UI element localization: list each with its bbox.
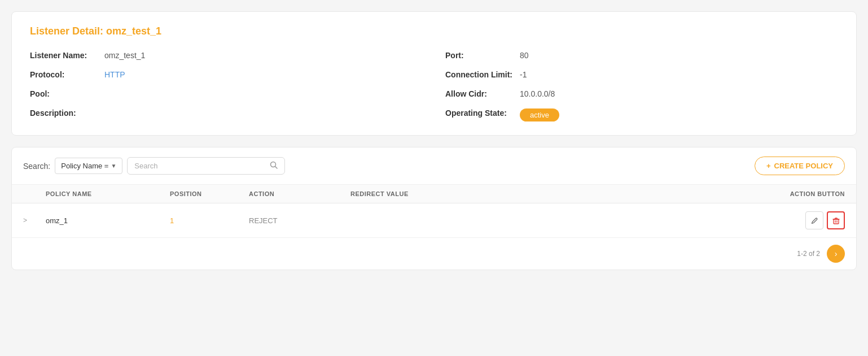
row-action: REJECT [249, 216, 350, 225]
search-input-wrapper [127, 157, 285, 175]
row-position: 1 [170, 216, 249, 225]
search-input[interactable] [134, 162, 266, 170]
table-section: Search: Policy Name = ▼ + [11, 147, 857, 270]
table-toolbar: Search: Policy Name = ▼ + [12, 147, 856, 185]
page-title: Listener Detail: omz_test_1 [30, 25, 838, 37]
expand-icon: > [23, 216, 27, 224]
allow-cidr-value: 10.0.0.0/8 [520, 89, 555, 98]
port-row: Port: 80 [445, 51, 838, 60]
row-expand[interactable]: > [23, 216, 46, 224]
pool-label: Pool: [30, 89, 98, 98]
pool-row: Pool: [30, 89, 423, 98]
table-row: > omz_1 1 REJECT [12, 203, 856, 238]
svg-rect-2 [834, 219, 839, 224]
pagination-next-button[interactable]: › [827, 245, 845, 263]
col-header-action-btn: ACTION BUTTON [475, 190, 845, 197]
description-row: Description: [30, 108, 423, 118]
connection-limit-label: Connection Limit: [445, 70, 513, 79]
delete-button[interactable] [827, 211, 845, 229]
operating-state-row: Operating State: active [445, 108, 838, 121]
search-icon [270, 161, 278, 171]
protocol-label: Protocol: [30, 70, 98, 79]
create-policy-label: CREATE POLICY [774, 162, 834, 170]
allow-cidr-row: Allow Cidr: 10.0.0.0/8 [445, 89, 838, 98]
connection-limit-value: -1 [520, 70, 527, 79]
port-label: Port: [445, 51, 513, 60]
create-policy-icon: + [766, 162, 771, 170]
description-label: Description: [30, 108, 98, 118]
edit-button[interactable] [805, 211, 823, 229]
title-static: Listener Detail: [30, 25, 103, 37]
col-header-expand [23, 190, 46, 197]
create-policy-button[interactable]: + CREATE POLICY [755, 157, 845, 175]
protocol-row: Protocol: HTTP [30, 70, 423, 79]
detail-card: Listener Detail: omz_test_1 Listener Nam… [11, 11, 857, 136]
connection-limit-row: Connection Limit: -1 [445, 70, 838, 79]
title-highlight: omz_test_1 [106, 25, 161, 37]
listener-name-value: omz_test_1 [104, 51, 145, 60]
protocol-value: HTTP [104, 70, 125, 79]
chevron-down-icon: ▼ [111, 163, 116, 169]
listener-name-row: Listener Name: omz_test_1 [30, 51, 423, 60]
col-header-position: POSITION [170, 190, 249, 197]
page-container: Listener Detail: omz_test_1 Listener Nam… [0, 0, 868, 356]
search-area: Search: Policy Name = ▼ [23, 157, 285, 175]
pagination-text: 1-2 of 2 [797, 250, 820, 258]
listener-name-label: Listener Name: [30, 51, 98, 60]
row-action-buttons [475, 211, 845, 229]
filter-dropdown[interactable]: Policy Name = ▼ [55, 158, 122, 174]
pagination-area: 1-2 of 2 › [12, 238, 856, 270]
col-header-redirect: REDIRECT VALUE [350, 190, 475, 197]
pagination-next-icon: › [835, 249, 838, 258]
operating-state-label: Operating State: [445, 108, 513, 118]
detail-left-col: Listener Name: omz_test_1 Protocol: HTTP… [30, 51, 423, 121]
status-badge: active [520, 108, 559, 121]
filter-value: Policy Name = [61, 162, 108, 170]
detail-right-col: Port: 80 Connection Limit: -1 Allow Cidr… [445, 51, 838, 121]
col-header-action: ACTION [249, 190, 350, 197]
allow-cidr-label: Allow Cidr: [445, 89, 513, 98]
port-value: 80 [520, 51, 529, 60]
table-header: POLICY NAME POSITION ACTION REDIRECT VAL… [12, 185, 856, 203]
row-policy-name: omz_1 [46, 216, 170, 225]
search-label: Search: [23, 162, 50, 171]
detail-grid: Listener Name: omz_test_1 Protocol: HTTP… [30, 51, 838, 121]
col-header-policy-name: POLICY NAME [46, 190, 170, 197]
svg-line-1 [275, 167, 278, 169]
